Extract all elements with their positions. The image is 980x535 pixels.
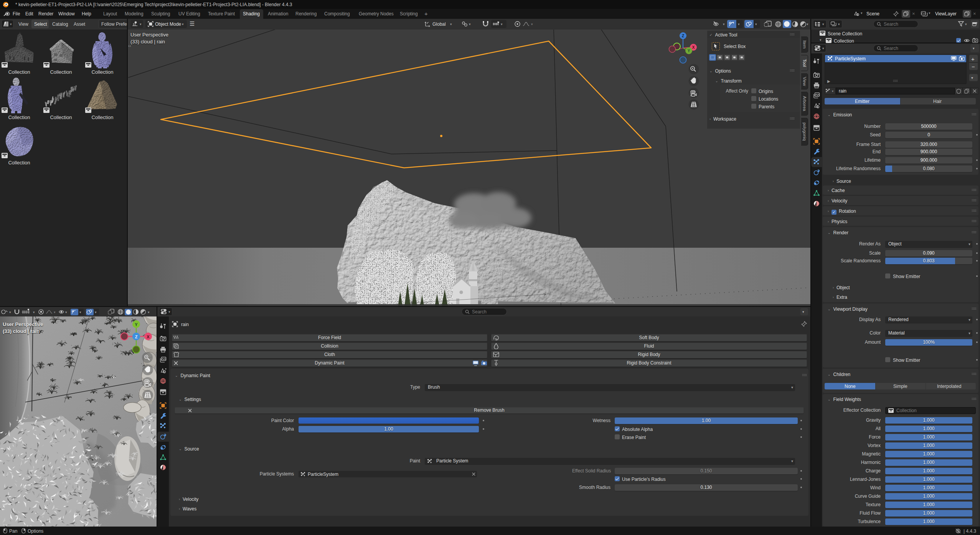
svg-text:▾: ▾ <box>79 310 81 314</box>
svg-text:Y: Y <box>688 49 690 53</box>
svg-text:▾: ▾ <box>95 310 97 314</box>
svg-text:Z: Z <box>682 34 684 38</box>
svg-text:▾: ▾ <box>65 310 67 314</box>
svg-text:X: X <box>147 335 150 339</box>
svg-text:▾: ▾ <box>9 310 11 314</box>
svg-text:▾: ▾ <box>33 310 35 314</box>
svg-text:X: X <box>692 45 695 50</box>
svg-text:Z: Z <box>135 335 138 339</box>
svg-text:▾: ▾ <box>148 310 150 314</box>
svg-text:Y: Y <box>135 322 138 327</box>
svg-text:▾: ▾ <box>54 310 56 314</box>
